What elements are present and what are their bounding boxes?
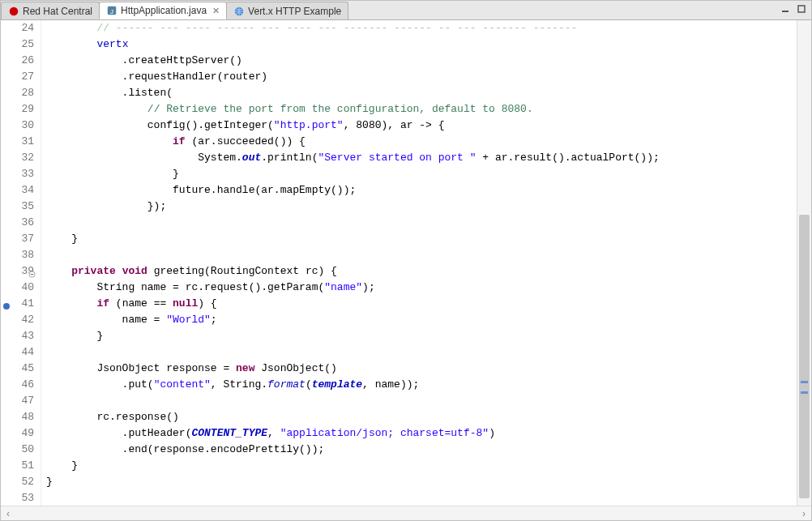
- line-number[interactable]: 27: [1, 69, 34, 85]
- code-line[interactable]: }: [46, 458, 797, 474]
- code-line[interactable]: .createHttpServer(): [46, 53, 797, 69]
- maximize-view-button[interactable]: [795, 2, 808, 15]
- minimize-view-button[interactable]: [779, 2, 792, 15]
- svg-rect-7: [31, 274, 34, 275]
- line-number[interactable]: 48: [1, 409, 34, 425]
- code-line[interactable]: [46, 247, 797, 263]
- code-content[interactable]: // ------ --- ---- ------ --- ---- --- -…: [41, 20, 797, 506]
- line-number[interactable]: 39: [1, 263, 34, 280]
- editor-tabbar: Red Hat CentralJHttpApplication.java✕Ver…: [1, 1, 811, 20]
- fold-toggle-icon[interactable]: [28, 267, 36, 275]
- tab-label: Red Hat Central: [23, 6, 92, 17]
- code-line[interactable]: });: [46, 199, 797, 215]
- tab-vert-x-http-example[interactable]: Vert.x HTTP Example: [226, 2, 348, 19]
- svg-text:J: J: [110, 8, 113, 15]
- scroll-left-button[interactable]: ‹: [1, 506, 15, 521]
- tab-label: Vert.x HTTP Example: [248, 6, 341, 17]
- line-number[interactable]: 53: [1, 490, 34, 506]
- code-line[interactable]: // Retrieve the port from the configurat…: [46, 101, 797, 117]
- line-number[interactable]: 25: [1, 36, 34, 53]
- code-line[interactable]: config().getInteger("http.port", 8080), …: [46, 117, 797, 134]
- code-line[interactable]: if (ar.succeeded()) {: [46, 134, 797, 150]
- code-line[interactable]: JsonObject response = new JsonObject(): [46, 361, 797, 377]
- code-line[interactable]: .requestHandler(router): [46, 69, 797, 85]
- line-number[interactable]: 24: [1, 20, 34, 36]
- code-line[interactable]: }: [46, 231, 797, 247]
- code-line[interactable]: name = "World";: [46, 312, 797, 328]
- line-number[interactable]: 37: [1, 231, 34, 247]
- code-line[interactable]: .end(response.encodePrettily());: [46, 442, 797, 458]
- line-number[interactable]: 31: [1, 134, 34, 150]
- code-line[interactable]: [46, 344, 797, 361]
- code-line[interactable]: // ------ --- ---- ------ --- ---- --- -…: [46, 20, 797, 36]
- code-line[interactable]: private void greeting(RoutingContext rc)…: [46, 263, 797, 280]
- code-line[interactable]: rc.response(): [46, 409, 797, 425]
- overview-mark[interactable]: [801, 381, 808, 383]
- code-line[interactable]: }: [46, 328, 797, 344]
- code-line[interactable]: .putHeader(CONTENT_TYPE, "application/js…: [46, 425, 797, 442]
- close-tab-icon[interactable]: ✕: [212, 6, 220, 16]
- svg-point-8: [3, 303, 10, 310]
- overview-mark[interactable]: [801, 391, 808, 394]
- code-line[interactable]: String name = rc.request().getParam("nam…: [46, 280, 797, 296]
- line-number[interactable]: 38: [1, 247, 34, 263]
- line-number[interactable]: 41: [1, 296, 34, 312]
- line-number[interactable]: 45: [1, 361, 34, 377]
- line-number[interactable]: 35: [1, 199, 34, 215]
- svg-rect-4: [782, 11, 788, 12]
- code-line[interactable]: }: [46, 166, 797, 182]
- scroll-right-button[interactable]: ›: [797, 506, 811, 521]
- line-number[interactable]: 33: [1, 166, 34, 182]
- code-editor[interactable]: 2425262728293031323334353637383940414243…: [1, 20, 811, 506]
- window-controls: [779, 2, 808, 15]
- code-line[interactable]: [46, 215, 797, 231]
- tab-label: HttpApplication.java: [121, 5, 207, 16]
- line-number[interactable]: 50: [1, 442, 34, 458]
- svg-point-0: [10, 6, 19, 15]
- tab-httpapplication-java[interactable]: JHttpApplication.java✕: [99, 2, 227, 19]
- java-icon: J: [106, 5, 118, 16]
- code-line[interactable]: future.handle(ar.mapEmpty());: [46, 182, 797, 199]
- line-number[interactable]: 51: [1, 458, 34, 474]
- line-number-gutter[interactable]: 2425262728293031323334353637383940414243…: [1, 20, 41, 506]
- code-line[interactable]: .put("content", String.format(template, …: [46, 377, 797, 393]
- line-number[interactable]: 29: [1, 101, 34, 117]
- code-line[interactable]: .listen(: [46, 85, 797, 101]
- redhat-icon: [8, 6, 19, 17]
- line-number[interactable]: 32: [1, 150, 34, 166]
- code-line[interactable]: System.out.println("Server started on po…: [46, 150, 797, 166]
- line-number[interactable]: 40: [1, 280, 34, 296]
- code-line[interactable]: [46, 490, 797, 506]
- code-line[interactable]: }: [46, 474, 797, 490]
- line-number[interactable]: 30: [1, 117, 34, 134]
- line-number[interactable]: 42: [1, 312, 34, 328]
- line-number[interactable]: 26: [1, 53, 34, 69]
- line-number[interactable]: 52: [1, 474, 34, 490]
- globe-icon: [233, 6, 245, 17]
- code-line[interactable]: if (name == null) {: [46, 296, 797, 312]
- breakpoint-icon[interactable]: [2, 300, 11, 308]
- line-number[interactable]: 44: [1, 344, 34, 361]
- line-number[interactable]: 36: [1, 215, 34, 231]
- svg-rect-5: [798, 6, 805, 12]
- line-number[interactable]: 34: [1, 182, 34, 199]
- line-number[interactable]: 28: [1, 85, 34, 101]
- line-number[interactable]: 43: [1, 328, 34, 344]
- code-line[interactable]: [46, 393, 797, 409]
- code-line[interactable]: vertx: [46, 36, 797, 53]
- vertical-scrollbar[interactable]: [797, 20, 811, 506]
- tab-red-hat-central[interactable]: Red Hat Central: [1, 2, 100, 19]
- horizontal-scrollbar[interactable]: ‹ ›: [1, 506, 811, 520]
- scrollbar-thumb[interactable]: [799, 215, 810, 498]
- line-number[interactable]: 46: [1, 377, 34, 393]
- line-number[interactable]: 49: [1, 425, 34, 442]
- line-number[interactable]: 47: [1, 393, 34, 409]
